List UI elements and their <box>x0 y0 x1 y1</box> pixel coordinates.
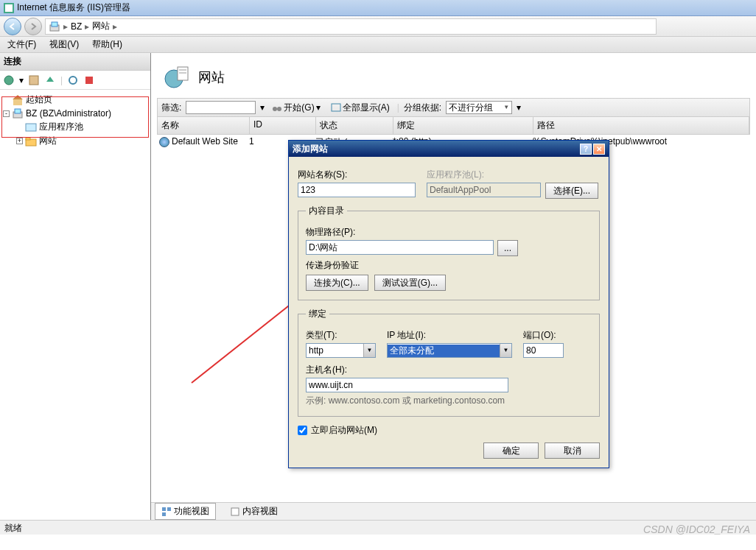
help-button[interactable]: ? <box>580 144 592 155</box>
svg-rect-22 <box>167 507 171 511</box>
page-title: 网站 <box>198 68 225 86</box>
svg-rect-13 <box>26 138 30 140</box>
start-site-checkbox[interactable]: 立即启动网站(M) <box>298 424 600 437</box>
globe-icon <box>159 137 169 147</box>
content-icon <box>230 507 240 517</box>
menu-view[interactable]: 视图(V) <box>49 38 79 51</box>
svg-rect-11 <box>26 124 36 131</box>
close-button[interactable]: ✕ <box>593 144 605 155</box>
select-pool-button[interactable]: 选择(E)... <box>545 183 598 199</box>
home-icon <box>12 94 24 106</box>
ip-label: IP 地址(I): <box>387 329 512 342</box>
svg-rect-10 <box>15 109 21 113</box>
server-icon <box>12 107 24 119</box>
svg-rect-23 <box>162 512 166 516</box>
ip-combo[interactable]: 全部未分配▼ <box>387 343 512 358</box>
svg-rect-24 <box>231 508 239 515</box>
connect-icon[interactable] <box>3 74 15 86</box>
back-button[interactable] <box>4 18 21 35</box>
col-binding[interactable]: 绑定 <box>393 117 533 134</box>
site-name-label: 网站名称(S): <box>298 169 419 181</box>
window-titlebar: Internet 信息服务 (IIS)管理器 <box>0 0 756 16</box>
phys-path-input[interactable] <box>306 240 494 255</box>
window-title: Internet 信息服务 (IIS)管理器 <box>17 1 130 14</box>
svg-point-18 <box>273 107 277 111</box>
tab-features[interactable]: 功能视图 <box>155 503 216 520</box>
svg-point-4 <box>4 76 13 85</box>
svg-rect-8 <box>13 99 22 105</box>
tree-app-pools[interactable]: 应用程序池 <box>3 120 147 134</box>
site-name-input[interactable] <box>298 183 416 197</box>
filter-bar: 筛选: ▾ 开始(G) ▾ 全部显示(A) | 分组依据: 不进行分组 ▾ <box>157 98 750 117</box>
go-button[interactable]: 开始(G) ▾ <box>269 102 323 114</box>
ok-button[interactable]: 确定 <box>483 443 539 459</box>
connections-pane: 连接 ▾ | 起始页 - BZ (BZ\Administrator) <box>0 53 151 520</box>
tree-server[interactable]: - BZ (BZ\Administrator) <box>3 107 147 120</box>
content-dir-group: 内容目录 物理路径(P): ... 传递身份验证 连接为(C)... 测试设置(… <box>298 205 600 300</box>
breadcrumb-sites[interactable]: 网站 <box>92 20 110 32</box>
menu-bar: 文件(F) 视图(V) 帮助(H) <box>0 37 756 53</box>
svg-rect-1 <box>5 4 13 12</box>
stop-icon[interactable] <box>83 74 95 86</box>
showall-icon <box>331 102 341 113</box>
breadcrumb-server[interactable]: BZ <box>71 21 82 32</box>
chevron-right-icon: ▸ <box>85 21 89 32</box>
svg-rect-16 <box>179 69 186 71</box>
refresh-icon[interactable] <box>67 74 79 86</box>
app-pool-input <box>427 183 541 197</box>
pass-auth-label: 传递身份验证 <box>306 259 592 272</box>
menu-file[interactable]: 文件(F) <box>7 38 36 51</box>
phys-path-label: 物理路径(P): <box>306 226 592 239</box>
expand-icon[interactable]: + <box>16 138 23 144</box>
connections-tree: 起始页 - BZ (BZ\Administrator) 应用程序池 + 网站 <box>0 90 150 151</box>
watermark: CSDN @IDC02_FEIYA <box>643 523 750 535</box>
browse-button[interactable]: ... <box>497 240 518 256</box>
tree-sites[interactable]: + 网站 <box>3 134 147 148</box>
features-icon <box>161 507 172 517</box>
dialog-titlebar[interactable]: 添加网站 ? ✕ <box>289 141 609 157</box>
col-id[interactable]: ID <box>250 117 316 134</box>
test-settings-button[interactable]: 测试设置(G)... <box>374 275 446 291</box>
svg-rect-3 <box>52 22 57 27</box>
col-status[interactable]: 状态 <box>316 117 393 134</box>
svg-point-19 <box>277 107 281 111</box>
forward-button[interactable] <box>24 18 42 35</box>
menu-help[interactable]: 帮助(H) <box>92 38 122 51</box>
up-icon[interactable] <box>44 74 56 86</box>
col-path[interactable]: 路径 <box>533 117 749 134</box>
tab-content[interactable]: 内容视图 <box>223 503 284 520</box>
chevron-right-icon: ▸ <box>63 21 68 32</box>
breadcrumb[interactable]: ▸ BZ ▸ 网站 ▸ <box>45 18 657 35</box>
tree-start-page[interactable]: 起始页 <box>3 93 147 107</box>
view-tabs: 功能视图 内容视图 <box>151 502 756 520</box>
svg-rect-17 <box>179 72 186 74</box>
host-example: 示例: www.contoso.com 或 marketing.contoso.… <box>306 395 592 407</box>
sites-grid-header: 名称 ID 状态 绑定 路径 <box>157 117 750 135</box>
connections-header: 连接 <box>0 53 150 71</box>
chevron-right-icon: ▸ <box>113 21 117 32</box>
collapse-icon[interactable]: - <box>3 110 10 117</box>
port-input[interactable] <box>523 343 564 358</box>
svg-rect-20 <box>332 104 340 111</box>
groupby-combo[interactable]: 不进行分组 <box>446 101 512 114</box>
show-all-button[interactable]: 全部显示(A) <box>328 102 393 114</box>
sites-page-icon <box>164 64 191 91</box>
col-name[interactable]: 名称 <box>158 117 250 134</box>
filter-label: 筛选: <box>161 102 181 114</box>
cancel-button[interactable]: 取消 <box>545 443 600 459</box>
binding-group: 绑定 类型(T): http▼ IP 地址(I): 全部未分配▼ 端口(O): … <box>298 308 600 417</box>
type-combo[interactable]: http▼ <box>306 343 376 358</box>
binoculars-icon <box>272 102 282 113</box>
chevron-down-icon: ▼ <box>363 344 375 357</box>
host-name-input[interactable] <box>306 378 508 392</box>
save-icon[interactable] <box>28 74 40 86</box>
app-pool-label: 应用程序池(L): <box>427 169 600 181</box>
svg-rect-7 <box>85 77 93 84</box>
filter-input[interactable] <box>186 101 256 114</box>
connect-as-button[interactable]: 连接为(C)... <box>306 275 368 291</box>
server-icon <box>49 21 60 32</box>
apppool-icon <box>25 121 37 133</box>
app-icon <box>4 3 14 13</box>
svg-rect-21 <box>162 507 166 511</box>
chevron-down-icon: ▼ <box>500 344 511 357</box>
